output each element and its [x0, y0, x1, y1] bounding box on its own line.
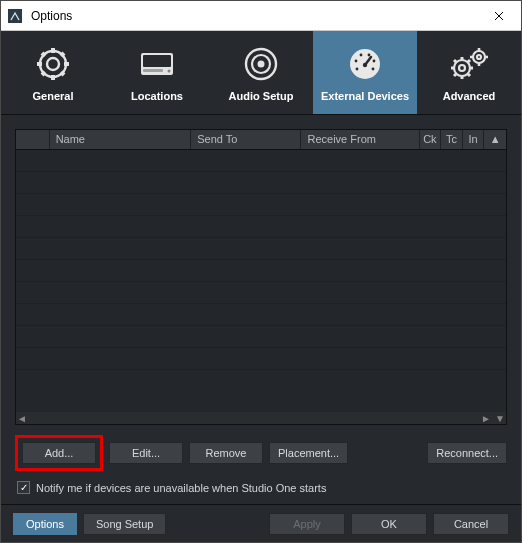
footer-tab-songsetup[interactable]: Song Setup	[83, 513, 167, 535]
table-row[interactable]	[16, 348, 506, 370]
notify-checkbox[interactable]: ✓	[17, 481, 30, 494]
col-name[interactable]: Name	[50, 130, 192, 149]
svg-line-34	[454, 74, 456, 76]
tab-locations[interactable]: Locations	[105, 31, 209, 114]
svg-point-14	[168, 69, 171, 72]
scroll-down-icon[interactable]: ▼	[494, 413, 506, 424]
gears-icon	[449, 44, 489, 84]
scroll-left-icon[interactable]: ◄	[16, 413, 28, 424]
table-header: Name Send To Receive From Ck Tc In ▲	[16, 130, 506, 150]
svg-rect-0	[8, 9, 22, 23]
svg-line-10	[61, 53, 64, 56]
table-row[interactable]	[16, 304, 506, 326]
svg-point-25	[363, 62, 367, 66]
placement-button[interactable]: Placement...	[269, 442, 348, 464]
table-row[interactable]	[16, 172, 506, 194]
notify-label: Notify me if devices are unavailable whe…	[36, 482, 326, 494]
notify-row: ✓ Notify me if devices are unavailable w…	[15, 479, 507, 504]
tab-advanced[interactable]: Advanced	[417, 31, 521, 114]
svg-point-20	[372, 67, 375, 70]
footer-tab-options[interactable]: Options	[13, 513, 77, 535]
external-devices-panel: Name Send To Receive From Ck Tc In ▲	[1, 115, 521, 504]
svg-point-37	[477, 55, 481, 59]
svg-line-9	[42, 72, 45, 75]
col-in[interactable]: In	[463, 130, 485, 149]
tab-label: External Devices	[321, 90, 409, 102]
horizontal-scrollbar[interactable]: ◄ ► ▼	[16, 412, 506, 424]
svg-point-1	[47, 58, 59, 70]
options-window: Options General Locations Audio Setup	[0, 0, 522, 543]
gauge-icon	[347, 44, 383, 84]
device-buttons-row: Add... Edit... Remove Placement... Recon…	[15, 425, 507, 479]
svg-point-26	[454, 60, 470, 76]
table-row[interactable]	[16, 238, 506, 260]
svg-line-8	[61, 72, 64, 75]
speaker-icon	[243, 44, 279, 84]
drive-icon	[138, 44, 176, 84]
svg-point-22	[373, 59, 376, 62]
tab-general[interactable]: General	[1, 31, 105, 114]
svg-line-7	[42, 53, 45, 56]
svg-point-17	[258, 60, 265, 67]
svg-point-36	[473, 51, 485, 63]
svg-rect-12	[143, 55, 171, 67]
tab-external-devices[interactable]: External Devices	[313, 31, 417, 114]
table-row[interactable]	[16, 326, 506, 348]
svg-point-19	[356, 67, 359, 70]
dialog-footer: Options Song Setup Apply OK Cancel	[1, 504, 521, 542]
svg-rect-13	[143, 69, 163, 72]
edit-button[interactable]: Edit...	[109, 442, 183, 464]
table-row[interactable]	[16, 216, 506, 238]
close-button[interactable]	[477, 1, 521, 30]
col-tc[interactable]: Tc	[441, 130, 463, 149]
ok-button[interactable]: OK	[351, 513, 427, 535]
col-receive[interactable]: Receive From	[301, 130, 419, 149]
app-icon	[7, 8, 23, 24]
devices-table: Name Send To Receive From Ck Tc In ▲	[15, 129, 507, 425]
reconnect-button[interactable]: Reconnect...	[427, 442, 507, 464]
svg-point-23	[360, 53, 363, 56]
category-tabstrip: General Locations Audio Setup External D…	[1, 31, 521, 115]
svg-line-35	[468, 60, 470, 62]
col-sendto[interactable]: Send To	[191, 130, 301, 149]
window-title: Options	[31, 9, 477, 23]
add-highlight: Add...	[15, 435, 103, 471]
scroll-up-icon[interactable]: ▲	[484, 130, 506, 149]
tab-label: General	[33, 90, 74, 102]
svg-line-33	[468, 74, 470, 76]
table-row[interactable]	[16, 150, 506, 172]
svg-point-21	[355, 59, 358, 62]
table-row[interactable]	[16, 282, 506, 304]
svg-point-24	[368, 53, 371, 56]
close-icon	[494, 11, 504, 21]
tab-label: Locations	[131, 90, 183, 102]
tab-audio-setup[interactable]: Audio Setup	[209, 31, 313, 114]
scroll-right-icon[interactable]: ►	[480, 413, 492, 424]
gear-icon	[35, 44, 71, 84]
tab-label: Advanced	[443, 90, 496, 102]
table-body	[16, 150, 506, 412]
tab-label: Audio Setup	[229, 90, 294, 102]
svg-point-27	[459, 65, 465, 71]
remove-button[interactable]: Remove	[189, 442, 263, 464]
svg-line-32	[454, 60, 456, 62]
col-expand[interactable]	[16, 130, 50, 149]
add-button[interactable]: Add...	[22, 442, 96, 464]
cancel-button[interactable]: Cancel	[433, 513, 509, 535]
titlebar: Options	[1, 1, 521, 31]
table-row[interactable]	[16, 260, 506, 282]
apply-button[interactable]: Apply	[269, 513, 345, 535]
col-ck[interactable]: Ck	[420, 130, 442, 149]
table-row[interactable]	[16, 194, 506, 216]
